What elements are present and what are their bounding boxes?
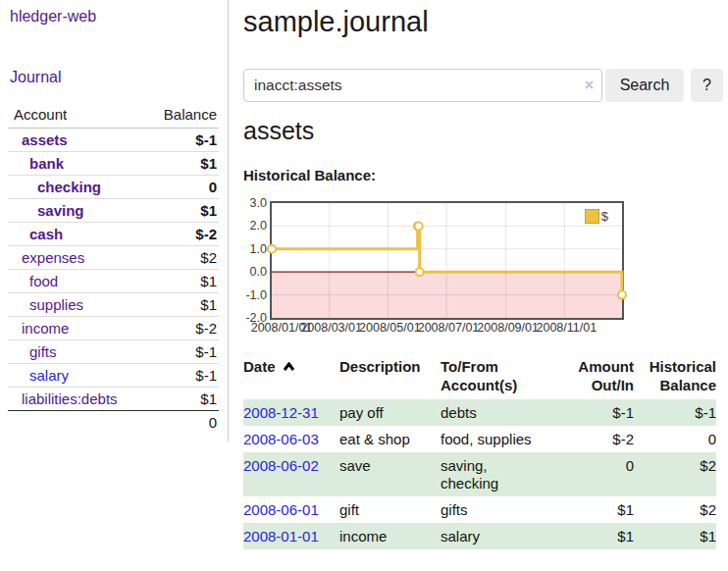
x-tick-label: 2008/05/01 — [359, 321, 421, 335]
hledger-web-app: hledger-web Journal Account Balance asse… — [0, 0, 728, 571]
app-title-link[interactable]: hledger-web — [10, 8, 96, 26]
y-tick-label: 1.0 — [232, 241, 267, 257]
account-heading: assets — [243, 116, 314, 145]
transaction-date-link[interactable]: 2008-06-02 — [243, 457, 319, 474]
account-row: gifts$-1 — [8, 340, 219, 364]
transaction-balance: 0 — [646, 426, 716, 452]
chart-legend: $ — [585, 209, 608, 224]
account-row: salary$-1 — [8, 364, 219, 388]
x-tick-label: 2008/09/01 — [477, 321, 539, 335]
transaction-date-link[interactable]: 2008-06-01 — [243, 501, 319, 518]
transaction-amount: 0 — [553, 452, 646, 496]
search-input[interactable] — [243, 69, 602, 102]
account-row: food$1 — [8, 270, 219, 293]
account-balance: $-1 — [148, 340, 219, 364]
accounts-header-balance: Balance — [148, 102, 219, 129]
transaction-amount: $1 — [553, 523, 646, 549]
account-rows: assets$-1bank$1checking0saving$1cash$-2e… — [8, 129, 219, 411]
legend-swatch-icon — [585, 209, 599, 224]
account-balance: $-1 — [148, 129, 219, 152]
help-button[interactable]: ? — [691, 69, 723, 102]
account-balance: $-2 — [148, 223, 219, 246]
transaction-accounts: food, supplies — [441, 426, 553, 452]
y-tick-label: 0.0 — [232, 264, 267, 280]
transaction-row: 2008-06-02savesaving, checking0$2 — [243, 452, 716, 496]
x-tick-label: 2008/11/01 — [536, 321, 597, 335]
account-row: checking0 — [8, 176, 219, 199]
register-header-historical-balance: Historical Balance — [646, 354, 716, 399]
transaction-amount: $-2 — [553, 426, 646, 452]
account-row: income$-2 — [8, 317, 219, 340]
transaction-date-link[interactable]: 2008-01-01 — [243, 528, 319, 545]
transaction-balance: $2 — [646, 496, 716, 523]
sidebar-item-journal[interactable]: Journal — [10, 69, 61, 86]
account-balance: $1 — [148, 152, 219, 176]
accounts-total-spacer — [8, 411, 148, 436]
sidebar: hledger-web Journal Account Balance asse… — [0, 0, 229, 441]
account-balance: $-2 — [148, 317, 219, 340]
account-row: liabilities:debts$1 — [8, 388, 219, 411]
account-balance: $1 — [148, 388, 219, 411]
transaction-accounts: salary — [441, 523, 553, 549]
transaction-balance: $2 — [646, 452, 716, 496]
transaction-date-link[interactable]: 2008-06-03 — [243, 431, 319, 447]
x-tick-label: 2008/07/01 — [418, 321, 480, 335]
account-balance: $-1 — [148, 364, 219, 388]
transaction-description: gift — [339, 496, 441, 523]
register-header-description: Description — [339, 354, 441, 399]
y-tick-label: 2.0 — [232, 218, 267, 234]
account-row: supplies$1 — [8, 293, 219, 317]
account-link-checking[interactable]: checking — [37, 179, 101, 195]
accounts-header-row: Account Balance — [8, 102, 219, 129]
account-link-saving[interactable]: saving — [37, 202, 84, 219]
account-row: saving$1 — [8, 199, 219, 223]
transaction-balance: $-1 — [646, 399, 716, 426]
account-link-bank[interactable]: bank — [29, 155, 64, 172]
transaction-row: 2008-06-03eat & shopfood, supplies$-20 — [243, 426, 716, 452]
account-balance: 0 — [148, 176, 219, 199]
accounts-header-account: Account — [8, 102, 148, 129]
account-link-gifts[interactable]: gifts — [29, 343, 57, 360]
chart-title: Historical Balance: — [243, 167, 376, 183]
transaction-description: save — [339, 452, 441, 496]
register-table: DateDescriptionTo/From Account(s)Amount … — [243, 354, 716, 549]
account-link-assets[interactable]: assets — [22, 131, 68, 148]
account-link-expenses[interactable]: expenses — [22, 249, 84, 266]
account-row: cash$-2 — [8, 223, 219, 246]
account-balance: $1 — [148, 293, 219, 317]
transaction-date-link[interactable]: 2008-12-31 — [243, 404, 319, 421]
accounts-total-value: 0 — [148, 411, 219, 436]
account-link-supplies[interactable]: supplies — [29, 296, 83, 313]
balance-chart: $ — [270, 201, 624, 320]
account-link-salary[interactable]: salary — [29, 367, 69, 384]
transaction-accounts: saving, checking — [441, 452, 553, 496]
account-link-food[interactable]: food — [29, 273, 58, 289]
register-header-date[interactable]: Date — [243, 354, 339, 399]
transaction-description: pay off — [339, 399, 441, 426]
sort-asc-icon — [283, 362, 295, 371]
account-balance: $1 — [148, 270, 219, 293]
transaction-description: eat & shop — [339, 426, 441, 452]
register-header-amount-out-in: Amount Out/In — [553, 354, 646, 399]
search-form: × — [243, 69, 602, 102]
chart-canvas — [272, 203, 622, 318]
legend-label: $ — [601, 209, 608, 224]
account-balance: $1 — [148, 199, 219, 223]
search-button[interactable]: Search — [605, 69, 684, 102]
account-link-liabilities-debts[interactable]: liabilities:debts — [22, 390, 118, 407]
x-tick-label: 2008/03/01 — [300, 321, 362, 335]
account-link-cash[interactable]: cash — [29, 226, 63, 242]
register-rows: 2008-12-31pay offdebts$-1$-12008-06-03ea… — [243, 399, 716, 549]
transaction-accounts: debts — [441, 399, 553, 426]
account-link-income[interactable]: income — [22, 320, 69, 337]
transaction-row: 2008-12-31pay offdebts$-1$-1 — [243, 399, 716, 426]
account-row: expenses$2 — [8, 246, 219, 270]
accounts-table: Account Balance assets$-1bank$1checking0… — [8, 102, 219, 435]
main-content: sample.journal × Search ? assets Histori… — [229, 0, 728, 571]
y-tick-label: 3.0 — [232, 195, 267, 211]
page-title: sample.journal — [243, 5, 429, 38]
transaction-amount: $1 — [553, 496, 646, 523]
account-balance: $2 — [148, 246, 219, 270]
clear-search-icon[interactable]: × — [585, 78, 594, 93]
register-header-row: DateDescriptionTo/From Account(s)Amount … — [243, 354, 716, 399]
